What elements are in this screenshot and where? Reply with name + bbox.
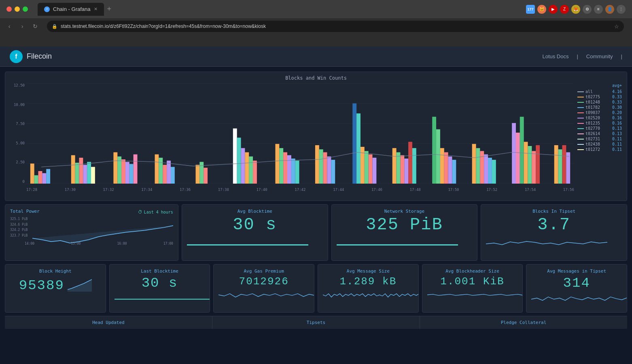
address-input[interactable]: 🔒 stats.testnet.filecoin.io/d/z6FtI92Zz/…	[47, 21, 624, 32]
tab-favicon: f	[44, 6, 50, 12]
svg-rect-46	[327, 157, 331, 184]
nav-divider-2: |	[621, 53, 622, 59]
x-label-12: 17:52	[486, 188, 497, 192]
legend-value-t02770: 0.13	[612, 126, 622, 131]
avg-blockheader-size-card: Avg Blockheader Size 1.001 KiB	[422, 264, 523, 313]
legend-label-t09037: t09037	[585, 110, 611, 115]
svg-rect-37	[275, 144, 279, 184]
legend-t01782: t01782 0.30	[577, 105, 622, 110]
x-label-4: 17:36	[180, 188, 191, 192]
bottom-row: Block Height 95389 Last Blocktime 30 s	[5, 264, 627, 313]
svg-rect-59	[412, 148, 416, 184]
back-button[interactable]: ‹	[5, 23, 14, 30]
ext-icon-6[interactable]: ⚙	[583, 5, 592, 14]
x-label-9: 17:46	[371, 188, 382, 192]
chart-title: Blocks and Win Counts	[10, 75, 622, 81]
svg-rect-64	[448, 157, 452, 184]
svg-rect-67	[476, 148, 480, 184]
minimize-button[interactable]	[15, 6, 20, 12]
x-label-13: 17:54	[525, 188, 536, 192]
svg-rect-38	[279, 148, 283, 184]
brand-name: Filecoin	[27, 52, 52, 61]
chart-main: 12.50 10.00 7.50 5.00 2.50 0	[10, 83, 574, 192]
x-label-3: 17:34	[141, 188, 152, 192]
ext-icon-7[interactable]: ≡	[594, 5, 603, 14]
nav-lotus-docs[interactable]: Lotus Docs	[542, 53, 568, 59]
legend-t09037: t09037 0.20	[577, 110, 622, 115]
avg-blocktime-title: Avg Blocktime	[187, 209, 323, 214]
more-menu[interactable]: ⋮	[617, 5, 626, 14]
svg-rect-66	[472, 144, 476, 184]
reload-button[interactable]: ↻	[31, 23, 40, 30]
active-tab[interactable]: f Chain - Grafana ✕	[38, 3, 104, 16]
svg-rect-54	[392, 148, 397, 184]
new-tab-button[interactable]: +	[107, 5, 112, 13]
status-bar: Head Updated Tipsets Pledge Collateral	[5, 316, 627, 329]
blocks-tipset-sparkline	[486, 236, 607, 248]
legend-all: all 4.16	[577, 89, 622, 94]
svg-rect-43	[315, 145, 319, 184]
svg-rect-55	[397, 152, 401, 184]
legend-color-t09037	[577, 112, 584, 113]
x-label-2: 17:32	[103, 188, 114, 192]
close-button[interactable]	[6, 6, 12, 12]
ext-icon-2[interactable]: 🐱	[537, 5, 546, 14]
svg-rect-8	[38, 171, 42, 184]
svg-rect-72	[512, 123, 516, 184]
legend-label-t02775: t02775	[585, 95, 611, 99]
svg-rect-70	[488, 158, 492, 184]
svg-rect-44	[319, 149, 323, 184]
x-label-10: 17:48	[410, 188, 421, 192]
bookmark-icon[interactable]: ☆	[614, 23, 619, 30]
y-label-2: 7.50	[16, 122, 25, 126]
x-label-14: 17:56	[563, 188, 574, 192]
legend-label-t01235: t01235	[585, 121, 611, 125]
svg-rect-14	[83, 165, 87, 184]
network-storage-value: 325 PiB	[337, 216, 473, 234]
y-label-4: 2.50	[16, 160, 25, 164]
svg-rect-29	[199, 162, 204, 184]
tab-title: Chain - Grafana	[53, 6, 91, 12]
legend-value-t09037: 0.20	[612, 110, 622, 115]
legend-label-t01248: t01248	[585, 100, 611, 104]
ext-icon-3[interactable]: ▶	[549, 5, 558, 14]
tab-bar: f Chain - Grafana ✕ +	[38, 3, 521, 16]
avg-message-size-card: Avg Message Size 1.289 kB	[318, 264, 419, 313]
legend-color-t02731	[577, 139, 584, 140]
ext-icon-1[interactable]: 177	[526, 5, 535, 14]
x-label-6: 17:40	[257, 188, 267, 192]
titlebar: f Chain - Grafana ✕ + 177 🐱 ▶ Z 🦊 ⚙ ≡ 👤 …	[0, 0, 632, 18]
blocks-in-tipset-card: Blocks In Tipset 3.7	[481, 204, 627, 261]
legend-color-t02520	[577, 118, 584, 119]
tab-close-icon[interactable]: ✕	[94, 6, 98, 12]
legend-t02438: t02438 0.11	[577, 142, 622, 146]
legend-t01235: t01235 0.16	[577, 121, 622, 125]
nav-community[interactable]: Community	[586, 53, 613, 59]
maximize-button[interactable]	[23, 6, 28, 12]
main-content: Blocks and Win Counts 12.50 10.00 7.50 5…	[0, 67, 632, 364]
power-y-2: 324.2 PiB	[10, 228, 28, 232]
svg-rect-71	[492, 160, 496, 184]
svg-rect-45	[323, 152, 327, 184]
legend-t02775: t02775 0.33	[577, 95, 622, 99]
svg-rect-51	[365, 151, 369, 184]
svg-rect-73	[516, 133, 520, 184]
svg-rect-12	[75, 163, 79, 184]
network-storage-card: Network Storage 325 PiB	[331, 204, 478, 261]
ext-icon-5[interactable]: 🦊	[571, 5, 580, 14]
power-y-labels: 325.1 PiB 324.6 PiB 324.2 PiB 323.7 PiB	[10, 217, 29, 237]
browser-chrome: f Chain - Grafana ✕ + 177 🐱 ▶ Z 🦊 ⚙ ≡ 👤 …	[0, 0, 632, 47]
svg-rect-78	[536, 145, 540, 184]
avg-blockheader-size-title: Avg Blockheader Size	[427, 269, 518, 274]
legend-value-t02438: 0.11	[612, 142, 622, 146]
block-height-card: Block Height 95389	[5, 264, 106, 313]
forward-button[interactable]: ›	[18, 23, 27, 30]
power-x-3: 17:00	[163, 242, 173, 245]
avg-message-size-title: Avg Message Size	[323, 269, 414, 274]
ext-icon-4[interactable]: Z	[560, 5, 569, 14]
user-avatar[interactable]: 👤	[605, 5, 614, 14]
legend-value-t02731: 0.11	[612, 137, 622, 141]
svg-rect-52	[369, 154, 373, 184]
power-x-0: 14:00	[25, 242, 34, 245]
avg-messages-tipset-card: Avg Messages in Tipset 314	[526, 264, 627, 313]
